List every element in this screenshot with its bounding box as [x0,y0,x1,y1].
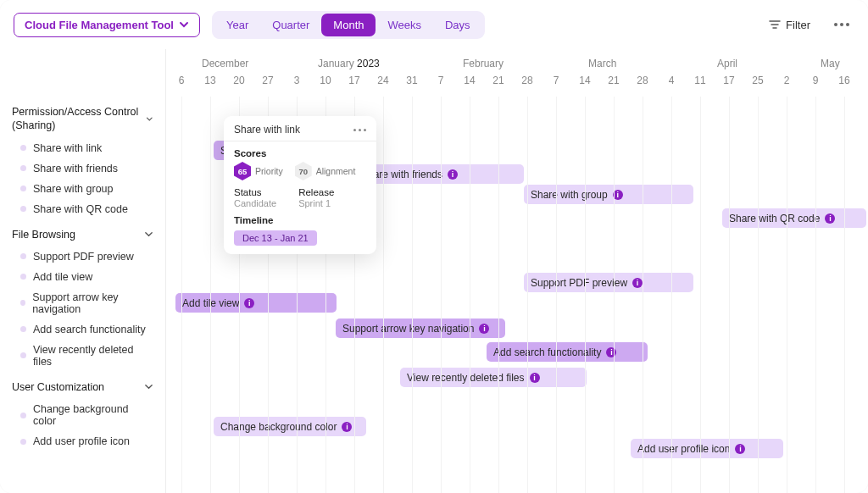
sidebar-item[interactable]: Share with link [0,138,165,158]
gridline [498,97,499,493]
gridline [671,97,672,493]
month-label: May [821,58,840,69]
info-icon[interactable]: i [825,213,835,224]
sidebar-item[interactable]: Add user profile icon [0,431,165,451]
alignment-score: 70 Alignment [295,162,356,180]
group-title[interactable]: User Customization [0,372,165,399]
status-value: Candidate [234,198,276,208]
gantt-bar-label: Share with QR code [729,213,820,224]
sidebar-item-label: View recently deleted files [33,344,153,368]
sidebar-item-label: Share with QR code [33,203,128,215]
day-label: 21 [492,75,504,86]
gridline [787,97,787,493]
gridline [556,97,557,493]
sidebar-item[interactable]: View recently deleted files [0,340,165,372]
info-icon[interactable]: i [244,298,254,308]
bullet-icon [20,145,26,151]
gridline [470,97,470,493]
sidebar-item-label: Change background color [33,403,153,427]
day-label: 21 [608,75,619,86]
info-icon[interactable]: i [479,324,489,334]
gridline [643,97,643,493]
popup-timeline-chip: Dec 13 - Jan 21 [234,230,317,246]
day-label: 25 [752,75,763,86]
chevron-down-icon [144,382,153,391]
day-label: 24 [377,75,388,86]
bullet-icon [20,352,26,358]
day-label: 16 [838,75,849,86]
tab-days[interactable]: Days [433,14,482,36]
popup-scores-label: Scores [224,148,376,162]
sidebar-item[interactable]: Add tile view [0,267,165,287]
filter-button[interactable]: Filter [762,15,817,35]
group-title-text: User Customization [12,380,104,394]
alignment-score-value: 70 [295,162,312,180]
sidebar-item[interactable]: Share with group [0,179,165,199]
group-title[interactable]: Permission/Access Control (Sharing) [0,97,165,138]
gantt-bar[interactable]: Support arrow key navigationi [336,319,505,338]
project-selector[interactable]: Cloud File Management Tool [14,13,200,37]
day-label: 11 [694,75,705,86]
gridline [412,97,413,493]
sidebar-item[interactable]: Support arrow key navigation [0,287,165,319]
filter-icon [769,19,781,30]
gantt-bar-label: Support arrow key navigation [342,323,474,335]
info-icon[interactable]: i [530,373,540,383]
priority-score: 65 Priority [234,162,283,180]
tab-weeks[interactable]: Weeks [376,14,433,36]
bullet-icon [20,439,26,445]
gantt-bar[interactable]: Add user profile iconi [631,439,783,458]
month-label: April [717,58,737,69]
day-label: 27 [262,75,273,86]
info-icon[interactable]: i [606,347,616,357]
timeline: DecemberJanuary 2023FebruaryMarchAprilMa… [166,49,868,493]
more-menu[interactable] [829,18,854,31]
bullet-icon [20,165,26,171]
gridline [441,97,442,493]
gantt-bar[interactable]: Share with groupi [524,185,693,204]
tab-quarter[interactable]: Quarter [260,14,321,36]
tab-month[interactable]: Month [321,14,376,36]
gantt-bar[interactable]: Add search functionalityi [487,342,648,362]
gantt-bar[interactable]: Add tile viewi [175,293,337,313]
info-icon[interactable]: i [448,169,458,180]
release-value: Sprint 1 [298,198,334,208]
timescale-tabs: Year Quarter Month Weeks Days [212,11,485,39]
sidebar-item[interactable]: Add search functionality [0,319,165,340]
gantt-bar[interactable]: View recently deleted filesi [400,368,587,387]
gridline [383,97,384,493]
gridline [844,97,845,493]
gantt-bar-label: View recently deleted files [407,372,525,384]
group-title[interactable]: File Browsing [0,219,165,246]
popup-timeline-label: Timeline [224,215,376,229]
day-label: 31 [406,75,417,86]
gantt-bar-label: Support PDF preview [531,277,627,289]
info-icon[interactable]: i [632,278,643,288]
tab-year[interactable]: Year [214,14,260,36]
gridline [527,97,528,493]
day-label: 7 [438,75,444,86]
gantt-bar[interactable]: Support PDF previewi [524,273,693,292]
sidebar-item-label: Add user profile icon [33,435,130,447]
day-label: 17 [348,75,359,86]
info-icon[interactable]: i [735,444,745,454]
bullet-icon [20,300,25,306]
project-name: Cloud File Management Tool [25,19,174,31]
sidebar-item[interactable]: Support PDF preview [0,246,165,267]
sidebar-item-label: Add search functionality [33,324,146,335]
month-label: January 2023 [318,58,380,69]
day-label: 6 [179,75,185,86]
sidebar-item[interactable]: Share with friends [0,158,165,179]
sidebar-item[interactable]: Share with QR code [0,199,165,219]
sidebar-item-label: Add tile view [33,271,92,283]
sidebar-item[interactable]: Change background color [0,399,165,431]
popup-more-menu[interactable] [353,129,366,131]
info-icon[interactable]: i [342,422,352,432]
priority-score-label: Priority [255,166,283,176]
gantt-bar[interactable]: Change background colori [214,417,366,436]
status-label: Status [234,187,276,197]
bullet-icon [20,206,26,212]
group-title-text: Permission/Access Control (Sharing) [12,105,146,133]
sidebar: Permission/Access Control (Sharing)Share… [0,49,166,493]
day-label: 13 [204,75,215,86]
